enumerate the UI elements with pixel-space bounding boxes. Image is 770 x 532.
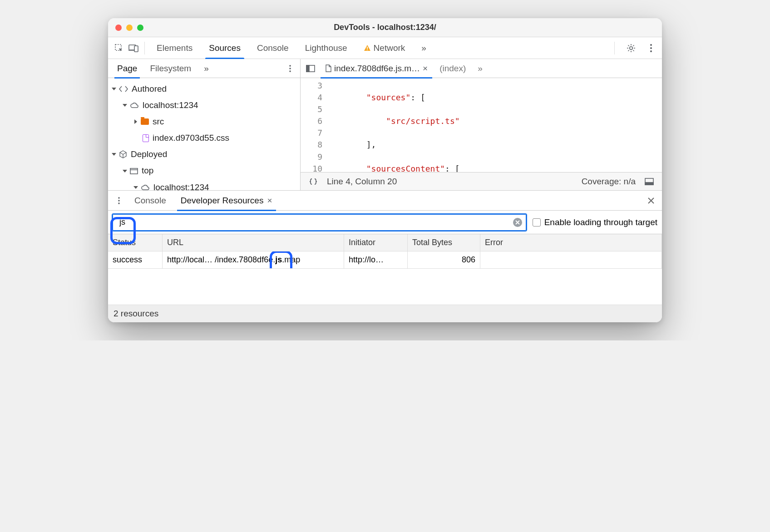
drawer-tab-console[interactable]: Console <box>128 191 173 211</box>
svg-rect-12 <box>130 168 138 174</box>
editor-tabs-overflow[interactable]: » <box>473 59 487 78</box>
col-total-bytes[interactable]: Total Bytes <box>408 234 480 251</box>
tree-host-authored[interactable]: localhost:1234 <box>111 97 297 113</box>
url-highlight: js <box>275 255 282 265</box>
tabs-overflow-button[interactable]: » <box>413 37 434 59</box>
inspect-element-icon[interactable] <box>112 41 126 55</box>
svg-rect-3 <box>367 47 368 49</box>
navigator-tabs: Page Filesystem » <box>108 59 300 78</box>
tab-network[interactable]: Network <box>355 37 414 59</box>
tree-folder-src[interactable]: src <box>111 113 297 130</box>
code-content: "sources": [ "src/script.ts" ], "sources… <box>327 78 662 172</box>
checkbox-icon <box>533 218 541 227</box>
drawer-tab-developer-resources[interactable]: Developer Resources × <box>174 191 279 211</box>
close-icon <box>515 220 520 225</box>
enable-loading-checkbox[interactable]: Enable loading through target <box>533 217 657 227</box>
editor-tab-index[interactable]: (index) <box>435 59 470 78</box>
svg-point-18 <box>118 200 120 202</box>
frame-icon <box>130 168 138 174</box>
nav-tab-filesystem[interactable]: Filesystem <box>143 59 197 78</box>
drawer-statusbar: 2 resources <box>108 305 662 322</box>
svg-point-7 <box>650 47 652 49</box>
editor-statusbar: Line 4, Column 20 Coverage: n/a <box>301 172 662 190</box>
toggle-navigator-button[interactable] <box>303 61 318 76</box>
window-title: DevTools - localhost:1234/ <box>108 23 662 32</box>
gear-icon <box>627 44 636 53</box>
svg-rect-4 <box>367 49 368 50</box>
kebab-icon <box>650 44 652 53</box>
svg-point-9 <box>289 65 291 67</box>
pretty-print-button[interactable] <box>306 174 321 189</box>
drawer-kebab[interactable] <box>112 193 126 208</box>
tab-lighthouse[interactable]: Lighthouse <box>297 37 355 59</box>
resources-table: Status URL Initiator Total Bytes Error s… <box>108 234 662 305</box>
file-tree[interactable]: Authored localhost:1234 src index.d9703d… <box>108 78 300 190</box>
cell-bytes[interactable]: 806 <box>408 251 480 269</box>
col-error[interactable]: Error <box>480 234 662 251</box>
tree-top-frame[interactable]: top <box>111 163 297 179</box>
file-icon <box>325 64 331 72</box>
kebab-menu-button[interactable] <box>644 41 658 55</box>
nav-tabs-overflow[interactable]: » <box>197 59 215 78</box>
filter-input[interactable] <box>117 217 513 227</box>
svg-point-8 <box>650 50 652 52</box>
clear-filter-button[interactable] <box>513 218 522 227</box>
warning-icon <box>364 44 371 52</box>
devtools-window: DevTools - localhost:1234/ Elements Sour… <box>108 18 662 322</box>
tree-host-deployed[interactable]: localhost:1234 <box>111 179 297 190</box>
code-editor[interactable]: 345 678 91011 "sources": [ "src/script.t… <box>301 78 662 172</box>
nav-tab-page[interactable]: Page <box>111 59 143 78</box>
titlebar: DevTools - localhost:1234/ <box>108 18 662 37</box>
svg-point-6 <box>650 44 652 46</box>
editor-pane: index.7808df6e.js.m… × (index) » 345 678… <box>301 59 662 190</box>
package-icon <box>119 150 127 158</box>
folder-icon <box>141 118 149 125</box>
drawer-tabs: Console Developer Resources × <box>108 191 662 211</box>
tree-deployed[interactable]: Deployed <box>111 146 297 163</box>
col-url[interactable]: URL <box>163 234 344 251</box>
tree-authored[interactable]: Authored <box>111 81 297 97</box>
editor-tab-active[interactable]: index.7808df6e.js.m… × <box>321 59 432 78</box>
close-tab-button[interactable]: × <box>423 64 428 74</box>
cursor-position: Line 4, Column 20 <box>327 177 397 187</box>
settings-button[interactable] <box>624 41 638 55</box>
cloud-icon <box>130 102 139 108</box>
table-empty-space <box>108 269 662 305</box>
device-toolbar-icon[interactable] <box>126 41 141 55</box>
sources-panel: Page Filesystem » Authored localhost:123… <box>108 59 662 191</box>
tab-elements[interactable]: Elements <box>148 37 201 59</box>
cell-initiator[interactable]: http://lo… <box>344 251 408 269</box>
stylesheet-icon <box>143 134 149 142</box>
cell-error[interactable] <box>480 251 662 269</box>
navigator-kebab[interactable] <box>283 61 297 76</box>
show-sidebar-button[interactable] <box>642 174 656 189</box>
svg-point-5 <box>630 46 632 49</box>
coverage-status: Coverage: n/a <box>582 177 636 187</box>
line-gutter: 345 678 91011 <box>301 78 327 172</box>
editor-tabs: index.7808df6e.js.m… × (index) » <box>301 59 662 78</box>
resource-count: 2 resources <box>114 309 158 319</box>
tree-file-css[interactable]: index.d9703d55.css <box>111 130 297 146</box>
close-drawer-button[interactable] <box>644 197 658 204</box>
filter-bar: Enable loading through target <box>108 211 662 234</box>
cell-url[interactable]: http://local… /index.7808df6e.js.map <box>163 251 344 269</box>
tab-sources[interactable]: Sources <box>201 37 249 59</box>
code-icon <box>119 85 128 93</box>
navigator-pane: Page Filesystem » Authored localhost:123… <box>108 59 301 190</box>
close-drawer-tab[interactable]: × <box>267 196 272 206</box>
svg-point-17 <box>118 197 120 199</box>
filter-input-wrapper <box>113 214 526 231</box>
col-initiator[interactable]: Initiator <box>344 234 408 251</box>
svg-rect-14 <box>306 65 309 72</box>
svg-rect-16 <box>645 182 653 185</box>
main-tabs: Elements Sources Console Lighthouse Netw… <box>148 37 434 59</box>
main-toolbar: Elements Sources Console Lighthouse Netw… <box>108 37 662 59</box>
svg-point-19 <box>118 202 120 204</box>
svg-point-10 <box>289 68 291 69</box>
svg-point-11 <box>289 70 291 72</box>
svg-rect-2 <box>134 46 138 52</box>
cloud-icon <box>141 184 150 190</box>
cell-status[interactable]: success <box>108 251 163 269</box>
tab-console[interactable]: Console <box>249 37 297 59</box>
